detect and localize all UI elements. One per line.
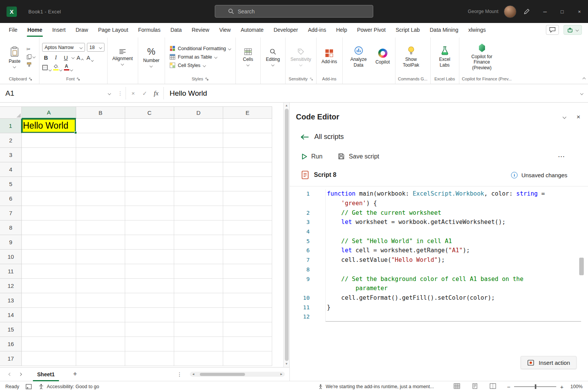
cell-E1[interactable] xyxy=(223,119,272,133)
new-sheet-button[interactable]: + xyxy=(70,369,80,380)
cell-E9[interactable] xyxy=(223,235,272,250)
code-line-5[interactable]: 5 // Set "Hello World" in cell A1 xyxy=(290,236,588,246)
cell-B3[interactable] xyxy=(76,148,125,162)
cells-button[interactable]: Cells xyxy=(238,47,258,67)
row-header-7[interactable]: 7 xyxy=(0,206,22,220)
row-header-8[interactable]: 8 xyxy=(0,220,22,235)
borders-button[interactable] xyxy=(42,63,51,71)
decrease-font-button[interactable]: A xyxy=(86,53,94,61)
cell-E13[interactable] xyxy=(223,293,272,308)
cell-E2[interactable] xyxy=(223,133,272,148)
fill-color-button[interactable] xyxy=(53,63,62,71)
cell-A10[interactable] xyxy=(22,250,76,264)
row-header-9[interactable]: 9 xyxy=(0,235,22,250)
ribbon-tab-data[interactable]: Data xyxy=(165,23,187,37)
cell-E16[interactable] xyxy=(223,337,272,351)
ribbon-tab-page-layout[interactable]: Page Layout xyxy=(93,23,133,37)
zoom-in-button[interactable]: + xyxy=(560,384,564,390)
ribbon-tab-view[interactable]: View xyxy=(214,23,236,37)
column-header-D[interactable]: D xyxy=(174,106,223,119)
page-break-view-button[interactable] xyxy=(490,383,496,390)
search-box[interactable] xyxy=(215,5,373,18)
avatar[interactable] xyxy=(504,5,516,18)
cell-A1[interactable]: Hello World xyxy=(22,119,76,133)
cell-B16[interactable] xyxy=(76,337,125,351)
cell-D16[interactable] xyxy=(174,337,223,351)
cell-B6[interactable] xyxy=(76,191,125,206)
ribbon-tab-script-lab[interactable]: Script Lab xyxy=(390,23,425,37)
vertical-scrollbar[interactable]: ▲ ▼ xyxy=(283,103,289,367)
cell-A14[interactable] xyxy=(22,308,76,322)
formula-input[interactable]: Hello World xyxy=(164,84,581,102)
copilot-finance-button[interactable]: Copilot for Finance (Preview) xyxy=(462,42,502,72)
ribbon-tab-help[interactable]: Help xyxy=(331,23,352,37)
cell-D11[interactable] xyxy=(174,264,223,279)
cell-C11[interactable] xyxy=(125,264,174,279)
cell-B8[interactable] xyxy=(76,220,125,235)
row-header-11[interactable]: 11 xyxy=(0,264,22,279)
row-header-16[interactable]: 16 xyxy=(0,337,22,351)
row-header-17[interactable]: 17 xyxy=(0,351,22,366)
cell-C9[interactable] xyxy=(125,235,174,250)
zoom-out-button[interactable]: − xyxy=(507,384,510,390)
code-line-8[interactable]: 8 xyxy=(290,265,588,274)
minimize-button[interactable]: ─ xyxy=(536,0,554,23)
ribbon-tab-formulas[interactable]: Formulas xyxy=(133,23,165,37)
cell-A5[interactable] xyxy=(22,177,76,191)
cell-C3[interactable] xyxy=(125,148,174,162)
underline-button[interactable]: U xyxy=(62,53,70,61)
column-header-A[interactable]: A xyxy=(22,106,76,119)
cell-D9[interactable] xyxy=(174,235,223,250)
conditional-formatting-button[interactable]: Conditional Formatting xyxy=(168,45,233,52)
cell-D17[interactable] xyxy=(174,351,223,366)
cell-C17[interactable] xyxy=(125,351,174,366)
cell-E5[interactable] xyxy=(223,177,272,191)
cell-D15[interactable] xyxy=(174,322,223,337)
expand-formula-bar-icon[interactable] xyxy=(580,92,583,95)
code-line-6[interactable]: 6 let cell = worksheet.getRange("A1"); xyxy=(290,246,588,255)
normal-view-button[interactable] xyxy=(454,383,460,390)
cell-A13[interactable] xyxy=(22,293,76,308)
alignment-button[interactable]: Alignment xyxy=(110,47,135,66)
ribbon-tab-add-ins[interactable]: Add-ins xyxy=(303,23,331,37)
code-line-wrap[interactable]: parameter xyxy=(290,284,588,293)
cell-B11[interactable] xyxy=(76,264,125,279)
show-toolpak-button[interactable]: Show ToolPak xyxy=(398,45,424,69)
cell-A15[interactable] xyxy=(22,322,76,337)
vertical-scrollbar-thumb[interactable] xyxy=(285,109,289,361)
clipboard-dialog-launcher-icon[interactable] xyxy=(29,77,32,81)
scroll-up-icon[interactable]: ▲ xyxy=(285,104,288,108)
column-header-B[interactable]: B xyxy=(76,106,125,119)
cell-E17[interactable] xyxy=(223,351,272,366)
cell-D2[interactable] xyxy=(174,133,223,148)
cell-E8[interactable] xyxy=(223,220,272,235)
cell-E4[interactable] xyxy=(223,162,272,177)
cell-C16[interactable] xyxy=(125,337,174,351)
more-options-button[interactable]: ⋯ xyxy=(558,152,566,161)
code-scrollbar-thumb[interactable] xyxy=(579,258,584,275)
cell-E12[interactable] xyxy=(223,279,272,293)
cell-D7[interactable] xyxy=(174,206,223,220)
column-header-C[interactable]: C xyxy=(125,106,174,119)
cell-B4[interactable] xyxy=(76,162,125,177)
close-button[interactable]: × xyxy=(571,0,588,23)
collapse-pane-button[interactable] xyxy=(563,116,566,118)
cell-E7[interactable] xyxy=(223,206,272,220)
cell-D3[interactable] xyxy=(174,148,223,162)
code-line-12[interactable]: 12 xyxy=(290,312,588,322)
cell-D1[interactable] xyxy=(174,119,223,133)
horizontal-scrollbar[interactable]: ◄ ► xyxy=(190,372,285,377)
row-header-14[interactable]: 14 xyxy=(0,308,22,322)
ribbon-tab-developer[interactable]: Developer xyxy=(269,23,303,37)
row-header-1[interactable]: 1 xyxy=(0,119,22,133)
font-color-button[interactable]: A xyxy=(64,63,73,71)
sheet-tab-sheet1[interactable]: Sheet1 xyxy=(31,368,61,381)
cell-B2[interactable] xyxy=(76,133,125,148)
code-line-1[interactable]: 1function main(workbook: ExcelScript.Wor… xyxy=(290,189,588,199)
font-size-combo[interactable]: 18 xyxy=(87,43,105,52)
formula-bar-grip-icon[interactable]: ⋮ xyxy=(115,84,126,102)
scroll-right-icon[interactable]: ► xyxy=(278,372,285,376)
ribbon-tab-automate[interactable]: Automate xyxy=(236,23,269,37)
ribbon-tab-review[interactable]: Review xyxy=(187,23,214,37)
row-header-4[interactable]: 4 xyxy=(0,162,22,177)
